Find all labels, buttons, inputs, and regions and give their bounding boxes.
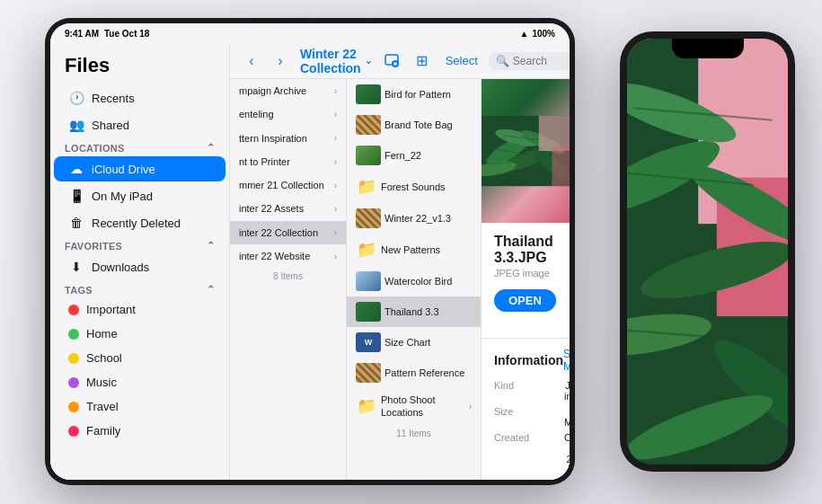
toolbar-title: Winter 22 Collection ⌄: [300, 47, 372, 75]
list-item[interactable]: inter 22 Website ›: [230, 244, 346, 268]
list-item[interactable]: Pattern Reference: [347, 358, 481, 388]
list-item[interactable]: nt to Printer ›: [230, 150, 346, 173]
sidebar-item-tag-school[interactable]: School: [54, 347, 225, 369]
iphone-screen: [627, 39, 788, 464]
thumbnail: [356, 84, 381, 104]
sidebar: Files 🕐 Recents 👥 Shared Locations ⌃: [50, 43, 230, 480]
iphone-device: [620, 31, 795, 472]
column-panel-1: mpaign Archive › enteling › ttern Inspir…: [230, 79, 347, 480]
thumbnail: [356, 302, 381, 322]
list-item[interactable]: 📁 New Patterns: [347, 234, 481, 266]
sidebar-item-tag-important[interactable]: Important: [54, 298, 225, 321]
list-item[interactable]: ttern Inspiration ›: [230, 127, 346, 150]
battery-icon: 100%: [532, 29, 555, 39]
ipad-icon: 📱: [68, 188, 84, 204]
status-bar: 9:41 AM Tue Oct 18 ▲ 100%: [50, 23, 570, 43]
clock-icon: 🕐: [68, 90, 84, 106]
sidebar-item-tag-family[interactable]: Family: [54, 420, 225, 442]
list-item[interactable]: enteling ›: [230, 102, 346, 126]
columns-area: ‹ › Winter 22 Collection ⌄: [230, 43, 570, 480]
back-button[interactable]: ‹: [239, 49, 264, 74]
folder-icon: 📁: [356, 176, 377, 198]
search-bar[interactable]: 🔍 🎤: [489, 52, 570, 70]
info-row-size: Size 5 MB: [494, 406, 557, 428]
thumbnail: [356, 146, 381, 165]
sidebar-item-icloud[interactable]: ☁ iCloud Drive: [54, 156, 225, 181]
file-name: Thailand 3.3.JPG: [494, 234, 557, 266]
icloud-icon: ☁: [68, 161, 84, 177]
status-right: ▲ 100%: [520, 29, 555, 39]
tag-dot-green: [68, 329, 79, 340]
info-header: Information Show More: [494, 348, 557, 373]
sidebar-title: Files: [50, 50, 229, 84]
chevron-icon: ›: [334, 227, 337, 237]
chevron-icon: ›: [334, 157, 337, 167]
chevron-icon: ›: [334, 204, 337, 214]
status-time: 9:41 AM: [65, 29, 99, 39]
list-item[interactable]: W Size Chart: [347, 327, 481, 358]
open-button[interactable]: OPEN: [494, 289, 556, 312]
download-icon: ⬇: [68, 259, 84, 275]
select-button[interactable]: Select: [440, 52, 483, 69]
info-section: Information Show More Kind JPEG image Si…: [482, 338, 570, 480]
ipad-device: 9:41 AM Tue Oct 18 ▲ 100% Files 🕐 Recent…: [45, 18, 575, 485]
trash-icon: 🗑: [68, 215, 84, 231]
list-item[interactable]: Brand Tote Bag: [347, 110, 481, 140]
sidebar-item-tag-music[interactable]: Music: [54, 371, 225, 393]
sidebar-item-on-my-ipad[interactable]: 📱 On My iPad: [54, 183, 225, 208]
list-item[interactable]: inter 22 Assets ›: [230, 197, 346, 220]
share-icon[interactable]: ⬆: [569, 287, 570, 313]
view-toggle-button[interactable]: ⊞: [410, 49, 435, 74]
search-icon: 🔍: [496, 55, 509, 67]
chevron-icon: ›: [334, 252, 337, 261]
chevron-icon: ›: [469, 402, 472, 411]
column-panel-2: Bird for Pattern Brand Tote Bag Fern_22: [347, 79, 482, 480]
list-item[interactable]: Bird for Pattern: [347, 79, 481, 110]
list-item[interactable]: mpaign Archive ›: [230, 79, 346, 102]
sidebar-item-downloads[interactable]: ⬇ Downloads: [54, 254, 225, 279]
detail-panel: Thailand 3.3.JPG JPEG image OPEN ⬆: [482, 79, 570, 480]
locations-header: Locations ⌃: [50, 138, 229, 155]
files-app: Files 🕐 Recents 👥 Shared Locations ⌃: [50, 43, 570, 480]
status-left: 9:41 AM Tue Oct 18: [65, 29, 149, 39]
search-input[interactable]: [513, 55, 570, 67]
ipad-screen: 9:41 AM Tue Oct 18 ▲ 100% Files 🕐 Recent…: [50, 23, 570, 480]
list-item[interactable]: 📁 Forest Sounds: [347, 171, 481, 203]
toolbar: ‹ › Winter 22 Collection ⌄: [230, 43, 570, 79]
chevron-down-icon3: ⌃: [207, 284, 215, 296]
sidebar-item-shared[interactable]: 👥 Shared: [54, 112, 225, 137]
show-more-button[interactable]: Show More: [563, 348, 570, 373]
title-chevron-icon: ⌄: [365, 56, 372, 66]
sidebar-item-recents[interactable]: 🕐 Recents: [54, 85, 225, 111]
list-item[interactable]: Watercolor Bird: [347, 266, 481, 296]
forward-button[interactable]: ›: [268, 49, 293, 74]
list-item[interactable]: 📁 Photo Shoot Locations ›: [347, 388, 481, 425]
list-item[interactable]: Fern_22: [347, 140, 481, 171]
info-row-created: Created October 16, 2022 at 10:21 AM: [494, 432, 557, 480]
folder-icon: 📁: [356, 239, 377, 261]
thumbnail: [356, 363, 381, 383]
list-item[interactable]: Winter 22_v1.3: [347, 203, 481, 234]
favorites-header: Favorites ⌃: [50, 236, 229, 253]
info-row-kind: Kind JPEG image: [494, 380, 557, 402]
list-item[interactable]: mmer 21 Collection ›: [230, 173, 346, 197]
chevron-down-icon2: ⌃: [207, 240, 215, 252]
sidebar-item-tag-travel[interactable]: Travel: [54, 395, 225, 418]
thumbnail: [356, 115, 381, 135]
tags-header: Tags ⌃: [50, 280, 229, 297]
file-preview: [482, 79, 570, 223]
file-type: JPEG image: [494, 268, 557, 279]
thumbnail: W: [356, 332, 381, 352]
items-count-2: 11 Items: [347, 425, 481, 442]
action-icons: ⬆ 📂 •: [569, 287, 570, 313]
sidebar-item-tag-home[interactable]: Home: [54, 323, 225, 345]
status-date: Tue Oct 18: [104, 29, 149, 39]
list-item[interactable]: Thailand 3.3: [347, 296, 481, 327]
thumbnail: [356, 208, 381, 228]
list-item[interactable]: inter 22 Collection ›: [230, 221, 346, 244]
wifi-icon: ▲: [520, 29, 529, 39]
add-button[interactable]: [379, 49, 404, 74]
info-title: Information: [494, 353, 563, 367]
sidebar-item-recently-deleted[interactable]: 🗑 Recently Deleted: [54, 210, 225, 235]
chevron-icon: ›: [334, 110, 337, 119]
